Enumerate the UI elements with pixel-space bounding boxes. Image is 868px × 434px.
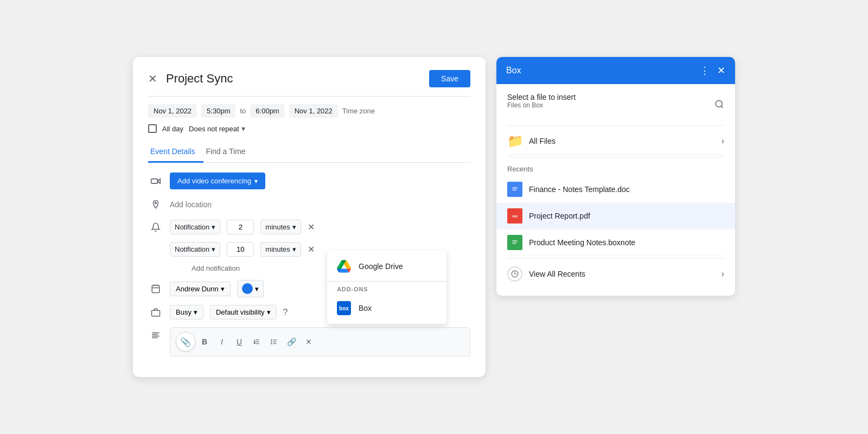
svg-rect-7: [152, 310, 160, 316]
tabs-row: Event Details Find a Time: [148, 143, 470, 163]
allday-row: All day Does not repeat ▾: [148, 124, 470, 133]
chevron-down-icon: ▾: [254, 177, 258, 185]
chevron-down-icon: ▾: [267, 308, 271, 316]
location-input[interactable]: [170, 197, 470, 212]
video-conf-label: Add video conferencing: [177, 177, 251, 185]
notification-1-unit[interactable]: minutes ▾: [260, 220, 301, 234]
notif-2-type-label: Notification: [175, 245, 209, 253]
calendar-owner-select[interactable]: Andrew Dunn ▾: [170, 282, 231, 296]
notification-2-unit[interactable]: minutes ▾: [260, 242, 301, 257]
box-search-icon[interactable]: [714, 99, 724, 112]
description-toolbar: 📎 B I U: [170, 327, 470, 356]
visibility-label: Default visibility: [216, 308, 265, 316]
visibility-select[interactable]: Default visibility ▾: [210, 305, 277, 320]
box-addon-option[interactable]: box Box: [327, 296, 446, 321]
notification-1-value[interactable]: [227, 220, 254, 234]
unordered-list-button[interactable]: [266, 334, 282, 350]
remove-notification-2-button[interactable]: ✕: [308, 244, 315, 254]
chevron-down-icon: ▾: [221, 285, 225, 293]
box-section-divider-1: [507, 125, 724, 126]
add-video-conferencing-button[interactable]: Add video conferencing ▾: [170, 173, 265, 189]
google-drive-option[interactable]: Google Drive: [327, 254, 446, 279]
header-divider: [148, 96, 470, 97]
chevron-right-icon: ›: [722, 136, 724, 146]
box-more-icon[interactable]: ⋮: [700, 65, 710, 76]
box-panel: Box ⋮ ✕ Select a file to insert Files on…: [496, 57, 735, 296]
help-icon[interactable]: ?: [283, 308, 288, 317]
tab-event-details[interactable]: Event Details: [148, 143, 203, 163]
ordered-list-button[interactable]: [248, 334, 265, 350]
box-section-divider-2: [507, 157, 724, 157]
box-section-divider-3: [507, 258, 724, 259]
svg-text:PDF: PDF: [513, 215, 518, 218]
link-button[interactable]: 🔗: [283, 334, 299, 350]
box-search-row: Select a file to insert Files on Box: [507, 93, 724, 118]
underline-button[interactable]: U: [231, 334, 247, 350]
add-notification-button[interactable]: Add notification: [192, 264, 240, 272]
all-files-label: All Files: [529, 137, 715, 145]
tab-find-time[interactable]: Find a Time: [203, 143, 254, 163]
notification-2-value[interactable]: [227, 242, 254, 257]
svg-rect-25: [512, 185, 519, 193]
end-time-chip[interactable]: 6:00pm: [250, 104, 284, 118]
busy-status-select[interactable]: Busy ▾: [170, 305, 203, 320]
clear-format-button[interactable]: [301, 334, 317, 350]
folder-icon: 📁: [507, 133, 522, 149]
svg-rect-32: [513, 240, 518, 241]
view-all-chevron-icon: ›: [722, 269, 724, 279]
svg-rect-26: [513, 187, 518, 188]
description-row: 📎 B I U: [148, 327, 470, 356]
status-label: Busy: [176, 308, 192, 316]
all-files-row[interactable]: 📁 All Files ›: [507, 128, 724, 155]
notif-1-type-label: Notification: [175, 223, 209, 231]
location-row: [148, 197, 470, 212]
file-row-0[interactable]: Finance - Notes Template.doc: [507, 176, 724, 203]
chevron-down-icon: ▾: [255, 285, 259, 293]
google-drive-label: Google Drive: [359, 262, 403, 271]
chevron-down-icon: ▾: [212, 245, 215, 253]
svg-point-23: [716, 100, 722, 107]
svg-point-18: [271, 340, 272, 340]
chevron-down-icon: ▾: [292, 223, 296, 231]
notification-1-type[interactable]: Notification ▾: [170, 220, 220, 234]
notification-1-row: Notification ▾ minutes ▾ ✕: [148, 220, 470, 234]
file-row-2[interactable]: Product Meeting Notes.boxnote: [507, 229, 724, 256]
svg-rect-34: [513, 243, 516, 244]
event-card: ✕ Project Sync Save Nov 1, 2022 5:30pm t…: [133, 57, 486, 377]
video-conf-row: Add video conferencing ▾: [148, 173, 470, 189]
save-button[interactable]: Save: [429, 70, 470, 87]
start-date-chip[interactable]: Nov 1, 2022: [148, 104, 197, 118]
notif-2-unit-label: minutes: [265, 245, 290, 253]
svg-rect-0: [151, 178, 158, 183]
attach-file-button[interactable]: 📎: [176, 332, 195, 352]
video-icon: [148, 176, 163, 187]
repeat-dropdown[interactable]: Does not repeat ▾: [189, 124, 245, 133]
view-all-recents-row[interactable]: View All Recents ›: [507, 261, 724, 287]
card-header: ✕ Project Sync Save: [148, 70, 470, 87]
chevron-down-icon: ▾: [194, 308, 197, 316]
notification-2-type[interactable]: Notification ▾: [170, 242, 220, 257]
addons-label: ADD-ONS: [327, 284, 446, 296]
start-time-chip[interactable]: 5:30pm: [201, 104, 235, 118]
bold-button[interactable]: B: [196, 334, 213, 350]
view-all-label: View All Recents: [529, 270, 585, 278]
svg-point-2: [155, 202, 157, 204]
box-panel-header: Box ⋮ ✕: [496, 57, 735, 84]
file-row-1[interactable]: PDF Project Report.pdf: [496, 203, 735, 229]
end-date-chip[interactable]: Nov 1, 2022: [289, 104, 338, 118]
to-label: to: [240, 107, 246, 115]
box-close-icon[interactable]: ✕: [717, 65, 725, 76]
svg-rect-28: [513, 190, 516, 190]
box-panel-title: Box: [506, 66, 521, 75]
file-name-0: Finance - Notes Template.doc: [529, 185, 724, 194]
clock-icon: [507, 266, 522, 282]
event-color-selector[interactable]: ▾: [237, 280, 264, 297]
timezone-label[interactable]: Time zone: [342, 107, 375, 115]
box-select-label: Select a file to insert: [507, 93, 576, 101]
remove-notification-1-button[interactable]: ✕: [308, 222, 315, 232]
file-name-1: Project Report.pdf: [529, 212, 724, 220]
italic-button[interactable]: I: [214, 334, 230, 350]
pdf-file-icon: PDF: [507, 208, 522, 224]
allday-checkbox[interactable]: [148, 124, 157, 133]
close-icon[interactable]: ✕: [148, 72, 157, 85]
